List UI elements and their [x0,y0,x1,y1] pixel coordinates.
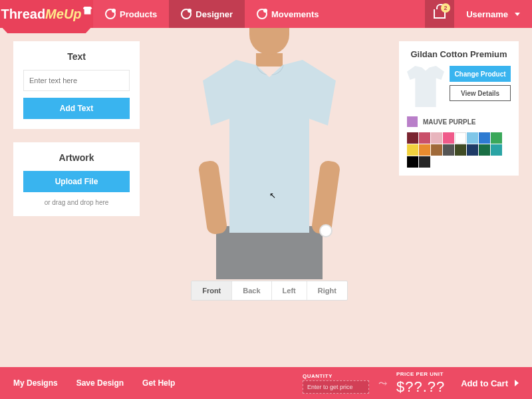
product-model [183,28,356,307]
color-swatch[interactable] [407,144,418,156]
color-swatches [407,132,511,168]
add-text-button[interactable]: Add Text [23,98,130,119]
text-panel-title: Text [23,51,130,62]
nav-items: Products Designer Movements [93,0,331,28]
change-product-button[interactable]: Change Product [450,66,511,82]
logo-ribbon [0,25,93,33]
view-tab-right[interactable]: Right [307,281,347,300]
model-head [249,28,289,55]
globe-icon [257,9,267,19]
product-thumb [407,66,444,107]
product-buttons: Change Product View Details [450,66,511,101]
cart-badge: 2 [441,3,450,13]
view-tab-front[interactable]: Front [192,281,232,300]
top-nav: ThreadMeUp Products Designer Movements 2… [0,0,532,28]
color-swatch[interactable] [443,132,454,144]
text-panel: Text Add Text [13,41,140,129]
quantity-label: QUANTITY [303,373,369,379]
price-group: PRICE PER UNIT $??.?? [396,371,445,396]
selected-color-label: MAUVE PURPLE [423,118,475,126]
model-watch-icon [319,224,332,237]
artwork-panel: Artwork Upload File or drag and drop her… [13,142,140,216]
globe-icon [105,9,116,19]
text-input[interactable] [23,70,130,91]
color-swatch[interactable] [443,144,454,156]
save-design-link[interactable]: Save Design [76,378,124,388]
color-swatch[interactable] [467,132,478,144]
color-swatch[interactable] [479,144,490,156]
product-name: Gildan Cotton Premium [407,49,511,59]
left-column: Text Add Text Artwork Upload File or dra… [13,41,140,354]
color-swatch[interactable] [455,132,466,144]
color-swatch[interactable] [419,132,430,144]
nav-right: 2 Username [425,0,532,28]
color-swatch[interactable] [431,144,442,156]
view-tab-back[interactable]: Back [232,281,271,300]
brand-logo[interactable]: ThreadMeUp [0,0,93,28]
color-swatch[interactable] [419,156,430,168]
bottom-right: QUANTITY ⤳ PRICE PER UNIT $??.?? Add to … [303,371,519,396]
shirt-icon [83,7,92,15]
color-swatch[interactable] [407,132,418,144]
model-jeans [216,226,323,279]
nav-item-products[interactable]: Products [93,0,169,28]
add-to-cart-label: Add to Cart [461,378,508,388]
color-swatch[interactable] [491,132,502,144]
color-swatch[interactable] [419,144,430,156]
cart-button[interactable]: 2 [425,0,454,28]
user-menu[interactable]: Username [454,9,532,19]
view-tab-left[interactable]: Left [272,281,307,300]
brand-part1: Thread [1,7,45,21]
quantity-input[interactable] [303,380,369,394]
canvas-area[interactable]: ↖ Front Back Left Right [152,41,387,354]
chevron-right-icon [515,380,519,386]
view-details-button[interactable]: View Details [450,85,511,101]
nav-label: Designer [196,9,233,19]
nav-item-movements[interactable]: Movements [245,0,331,28]
arrow-right-icon: ⤳ [378,377,387,390]
selected-color-chip [407,116,418,127]
price-value: $??.?? [396,378,445,396]
chevron-down-icon [515,13,520,16]
product-row: Change Product View Details [407,66,511,107]
drag-drop-hint: or drag and drop here [23,199,130,206]
color-swatch[interactable] [491,144,502,156]
main-area: Text Add Text Artwork Upload File or dra… [0,28,532,367]
color-swatch[interactable] [455,144,466,156]
artwork-panel-title: Artwork [23,152,130,163]
nav-item-designer[interactable]: Designer [169,0,245,28]
right-column: Gildan Cotton Premium Change Product Vie… [399,41,519,354]
username-label: Username [466,9,508,19]
nav-label: Products [120,9,157,19]
ppu-label: PRICE PER UNIT [396,371,445,377]
color-swatch[interactable] [467,144,478,156]
quantity-group: QUANTITY [303,373,369,394]
upload-file-button[interactable]: Upload File [23,171,130,192]
brand-part2: MeUp [45,7,81,21]
globe-icon [181,9,192,19]
my-designs-link[interactable]: My Designs [13,378,58,388]
color-swatch[interactable] [479,132,490,144]
view-tabs: Front Back Left Right [191,281,348,301]
get-help-link[interactable]: Get Help [142,378,175,388]
add-to-cart-button[interactable]: Add to Cart [461,378,519,388]
nav-label: Movements [271,9,319,19]
color-swatch[interactable] [431,132,442,144]
selected-color: MAUVE PURPLE [407,116,511,127]
color-swatch[interactable] [407,156,418,168]
bottom-bar: My Designs Save Design Get Help QUANTITY… [0,367,532,399]
product-panel: Gildan Cotton Premium Change Product Vie… [399,41,519,176]
